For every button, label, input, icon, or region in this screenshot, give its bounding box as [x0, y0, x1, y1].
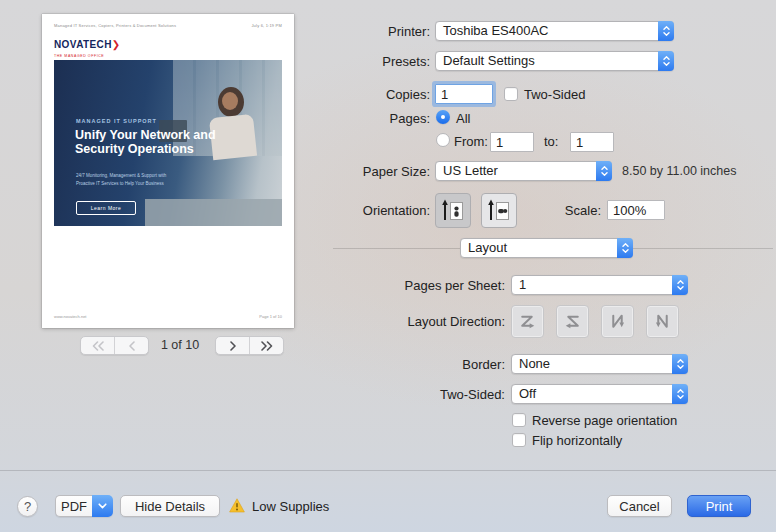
landscape-orientation-icon	[487, 198, 511, 223]
border-select[interactable]: None	[511, 354, 688, 374]
pages-to-input[interactable]	[570, 132, 614, 152]
layout-n-reverse-vertical-icon	[653, 312, 672, 331]
hide-details-label: Hide Details	[135, 499, 205, 514]
layout-n-vertical-icon	[608, 312, 627, 331]
printer-label: Printer:	[388, 24, 430, 39]
paper-size-info: 8.50 by 11.00 inches	[622, 164, 736, 178]
cancel-button[interactable]: Cancel	[607, 495, 672, 517]
border-label: Border:	[462, 357, 505, 372]
two-sided-select-label: Two-Sided:	[440, 387, 505, 402]
orientation-portrait-button[interactable]	[435, 193, 471, 228]
novatech-logo: NOVATECH❯ THE MANAGED OFFICE	[54, 38, 120, 61]
footer-divider	[0, 470, 776, 471]
pdf-menu-button[interactable]: PDF	[55, 495, 113, 517]
scale-input[interactable]	[607, 200, 665, 220]
paper-size-select[interactable]: US Letter	[435, 161, 612, 181]
warning-icon	[229, 498, 245, 513]
logo-chevron-icon: ❯	[112, 39, 120, 50]
print-dialog: Managed IT Services, Copiers, Printers &…	[0, 0, 776, 532]
presets-label: Presets:	[382, 54, 430, 69]
paper-size-select-value: US Letter	[436, 162, 596, 180]
two-sided-checkbox[interactable]	[504, 87, 518, 101]
print-button[interactable]: Print	[687, 495, 751, 517]
chevron-right-icon	[229, 341, 237, 351]
border-select-value: None	[512, 355, 672, 373]
hero-person-body	[209, 114, 257, 160]
hero-body-line2: Proactive IT Services to Help Your Busin…	[76, 180, 164, 187]
pages-all-label: All	[456, 111, 470, 126]
scale-label: Scale:	[565, 203, 601, 218]
two-sided-select-value: Off	[512, 385, 672, 403]
preview-header-left: Managed IT Services, Copiers, Printers &…	[54, 23, 176, 28]
printer-select[interactable]: Toshiba ES400AC	[435, 21, 674, 41]
stepper-icon	[672, 354, 688, 374]
layout-direction-z-button[interactable]	[511, 305, 544, 338]
pdf-button-label: PDF	[55, 495, 92, 517]
hero-body-line1: 24/7 Monitoring, Management & Support wi…	[76, 172, 166, 179]
reverse-page-orientation-checkbox[interactable]	[512, 413, 526, 427]
stepper-icon	[617, 238, 633, 258]
presets-select[interactable]: Default Settings	[435, 51, 674, 71]
pages-from-input[interactable]	[490, 132, 534, 152]
stepper-icon	[658, 51, 674, 71]
flip-horizontally-checkbox[interactable]	[512, 433, 526, 447]
orientation-label: Orientation:	[363, 203, 430, 218]
paper-size-label: Paper Size:	[363, 164, 430, 179]
reverse-page-orientation-label: Reverse page orientation	[532, 413, 677, 428]
stepper-icon	[658, 21, 674, 41]
two-sided-select[interactable]: Off	[511, 384, 688, 404]
copies-input[interactable]	[435, 84, 493, 104]
preview-header-right: July 6, 1:19 PM	[251, 23, 282, 28]
hero-headline-line1: Unify Your Network and	[75, 128, 216, 142]
layout-direction-n-button[interactable]	[601, 305, 634, 338]
learn-more-button: Learn More	[76, 201, 136, 215]
preview-footer-left: www.novatech.net	[54, 314, 86, 319]
pages-per-sheet-select[interactable]: 1	[511, 275, 688, 295]
low-supplies-label: Low Supplies	[252, 499, 329, 514]
pages-label: Pages:	[390, 111, 430, 126]
presets-select-value: Default Settings	[436, 52, 658, 70]
copies-label: Copies:	[386, 87, 430, 102]
cancel-label: Cancel	[619, 499, 659, 514]
hero-image: MANAGED IT SUPPORT Unify Your Network an…	[54, 60, 282, 226]
orientation-landscape-button[interactable]	[481, 193, 517, 228]
double-chevron-left-icon	[91, 341, 105, 351]
previous-page-button[interactable]	[114, 337, 148, 354]
pages-per-sheet-label: Pages per Sheet:	[405, 278, 505, 293]
pagination-forward-group	[215, 336, 284, 355]
two-sided-checkbox-label: Two-Sided	[524, 87, 585, 102]
stepper-icon	[672, 384, 688, 404]
next-page-button[interactable]	[216, 337, 249, 354]
stepper-icon	[596, 161, 612, 181]
pages-per-sheet-select-value: 1	[512, 276, 672, 294]
print-label: Print	[706, 499, 733, 514]
pages-from-label: From:	[454, 134, 488, 149]
layout-s-horizontal-icon	[563, 312, 582, 331]
pages-range-radio[interactable]	[436, 133, 450, 147]
pages-to-label: to:	[544, 134, 558, 149]
logo-text: NOVATECH	[54, 39, 112, 50]
help-icon: ?	[24, 499, 31, 514]
last-page-button[interactable]	[249, 337, 283, 354]
hide-details-button[interactable]: Hide Details	[120, 495, 220, 517]
chevron-down-icon	[92, 495, 113, 517]
preview-footer-right: Page 1 of 10	[259, 314, 282, 319]
layout-z-horizontal-icon	[518, 312, 537, 331]
hero-person-head	[222, 92, 238, 110]
printer-select-value: Toshiba ES400AC	[436, 22, 658, 40]
hero-desk-shape	[145, 199, 282, 226]
first-page-button[interactable]	[81, 337, 114, 354]
help-button[interactable]: ?	[17, 496, 38, 517]
page-count: 1 of 10	[150, 338, 210, 352]
section-select[interactable]: Layout	[460, 238, 633, 258]
layout-direction-n-reverse-button[interactable]	[646, 305, 679, 338]
layout-direction-s-button[interactable]	[556, 305, 589, 338]
hero-eyebrow: MANAGED IT SUPPORT	[76, 118, 157, 124]
double-chevron-right-icon	[260, 341, 274, 351]
portrait-orientation-icon	[441, 198, 465, 223]
section-select-value: Layout	[461, 239, 617, 257]
stepper-icon	[672, 275, 688, 295]
pages-all-radio[interactable]	[436, 110, 450, 124]
chevron-left-icon	[128, 341, 136, 351]
flip-horizontally-label: Flip horizontally	[532, 433, 622, 448]
